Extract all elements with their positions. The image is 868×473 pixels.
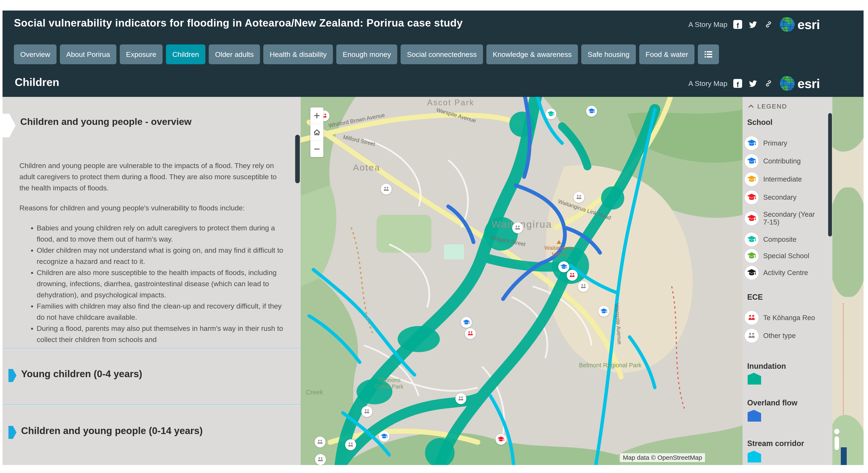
list-item: Children are also more susceptible to th… xyxy=(37,267,288,301)
map-label-aotea: Aotea xyxy=(353,163,380,173)
header-brand-row: A Story Map f esri xyxy=(688,16,820,33)
children-icon xyxy=(745,311,758,325)
info-marker-stem xyxy=(835,436,839,450)
ece-marker-other[interactable] xyxy=(315,454,326,465)
section-title: Children xyxy=(15,76,59,89)
list-menu-icon xyxy=(704,51,713,58)
school-marker-composite[interactable] xyxy=(546,108,556,120)
ece-marker-other[interactable] xyxy=(456,393,466,404)
graduation-cap-icon xyxy=(745,154,758,168)
ece-marker-other[interactable] xyxy=(574,192,584,203)
list-item: During a flood, parents may also put the… xyxy=(37,323,288,345)
zoom-in-button[interactable]: + xyxy=(310,107,323,124)
map-canvas[interactable]: Ascot Park Warspite Avenue Whitford Brow… xyxy=(301,97,743,465)
ece-marker-other[interactable] xyxy=(361,406,372,417)
legend-group-inundation: Inundation xyxy=(747,362,786,371)
legend-item: Secondary xyxy=(745,191,827,204)
tab-enough-money[interactable]: Enough money xyxy=(336,44,397,64)
ece-marker-other[interactable] xyxy=(381,183,392,195)
graduation-cap-icon xyxy=(745,172,758,186)
panel-scrollbar[interactable] xyxy=(295,135,300,183)
list-item: Families with children may also find the… xyxy=(37,301,288,323)
esri-logo[interactable]: esri xyxy=(779,75,820,91)
school-marker-primary[interactable] xyxy=(598,306,609,317)
legend-header[interactable]: LEGEND xyxy=(748,103,787,110)
legend-group-stream: Stream corridor xyxy=(747,439,804,448)
ece-marker-other[interactable] xyxy=(512,223,523,233)
peak-triangle-icon xyxy=(557,240,561,244)
paragraph: Reasons for children and young people's … xyxy=(20,202,288,213)
stream-corridor-swatch xyxy=(748,451,761,463)
list-item: Babies and young children rely on adult … xyxy=(37,223,288,245)
school-marker-secondary[interactable] xyxy=(495,434,506,445)
legend-item: Primary xyxy=(745,136,827,150)
inundation-swatch xyxy=(748,373,761,385)
tab-children[interactable]: Children xyxy=(166,44,205,64)
tab-safe-housing[interactable]: Safe housing xyxy=(581,44,636,64)
zoom-out-button[interactable]: − xyxy=(310,141,323,157)
school-marker-primary[interactable] xyxy=(379,431,390,442)
ece-marker-other[interactable] xyxy=(578,281,589,292)
facebook-icon[interactable]: f xyxy=(733,20,742,29)
legend-item: Composite xyxy=(745,233,827,246)
graduation-cap-icon xyxy=(745,249,758,263)
map-green-patch xyxy=(832,97,864,151)
graduation-cap-icon xyxy=(745,266,758,280)
school-marker-primary[interactable] xyxy=(558,261,569,272)
story-map-label: A Story Map xyxy=(688,21,727,29)
overview-heading: Children and young people - overview xyxy=(20,116,192,127)
tab-older-adults[interactable]: Older adults xyxy=(209,44,260,64)
legend-item: Secondary (Year 7-15) xyxy=(745,211,818,226)
home-button[interactable] xyxy=(310,124,323,141)
esri-logo[interactable]: esri xyxy=(779,16,820,32)
info-marker-dot[interactable] xyxy=(834,429,840,434)
ece-marker-kohanga[interactable] xyxy=(567,270,578,281)
ece-marker-other[interactable] xyxy=(345,439,356,450)
tab-social-connectedness[interactable]: Social connectedness xyxy=(401,44,483,64)
graduation-cap-icon xyxy=(745,191,758,204)
chevron-right-icon xyxy=(8,369,17,382)
active-section-pointer-icon xyxy=(3,114,16,137)
legend-panel: LEGEND School Primary Contributing Inter… xyxy=(743,97,832,465)
ece-marker-kohanga[interactable] xyxy=(465,328,476,339)
map-attribution: Map data © OpenStreetMap xyxy=(620,453,705,462)
school-marker-primary[interactable] xyxy=(586,106,597,117)
twitter-icon[interactable] xyxy=(748,20,758,29)
legend-group-ece: ECE xyxy=(747,293,763,302)
facebook-icon[interactable]: f xyxy=(733,79,742,88)
overview-section: Children and young people - overview Chi… xyxy=(3,97,301,348)
graduation-cap-icon xyxy=(745,211,758,225)
map-edge-bar xyxy=(841,447,847,465)
section-divider xyxy=(3,348,301,349)
tab-food-water[interactable]: Food & water xyxy=(639,44,694,64)
paragraph: Children and young people are vulnerable… xyxy=(20,160,288,194)
twitter-icon[interactable] xyxy=(748,78,758,88)
app-title: Social vulnerability indicators for floo… xyxy=(14,17,463,29)
map-label-cannons-creek: Cannons Creek Park xyxy=(371,377,407,390)
tab-more-menu[interactable] xyxy=(698,44,719,64)
story-panel: Children and young people - overview Chi… xyxy=(3,97,301,465)
legend-scrollbar[interactable] xyxy=(828,113,832,236)
legend-item: Other type xyxy=(745,329,827,343)
ece-marker-other[interactable] xyxy=(315,437,326,447)
tab-overview[interactable]: Overview xyxy=(14,44,57,64)
storymap-app: Social vulnerability indicators for floo… xyxy=(0,0,868,473)
map-edge-strip xyxy=(832,97,864,465)
legend-item: Contributing xyxy=(745,154,827,168)
list-item: Older children may not understand what i… xyxy=(37,245,288,267)
section-brand-row: A Story Map f esri xyxy=(688,75,820,92)
map-trail-dashed xyxy=(843,303,845,421)
children-icon xyxy=(745,329,758,343)
tab-about-porirua[interactable]: About Porirua xyxy=(60,44,116,64)
share-link-icon[interactable] xyxy=(764,20,773,29)
map-label-creek: Creek xyxy=(306,388,323,396)
home-icon xyxy=(312,128,321,137)
share-link-icon[interactable] xyxy=(764,78,773,88)
tab-knowledge-awareness[interactable]: Knowledge & awareness xyxy=(486,44,578,64)
legend-item: Te Kōhanga Reo xyxy=(745,311,827,325)
legend-item: Intermediate xyxy=(745,172,827,186)
tab-health-disability[interactable]: Health & disability xyxy=(263,44,333,64)
legend-item: Activity Centre xyxy=(745,266,827,280)
school-marker-primary[interactable] xyxy=(461,317,472,328)
tab-exposure[interactable]: Exposure xyxy=(120,44,163,64)
